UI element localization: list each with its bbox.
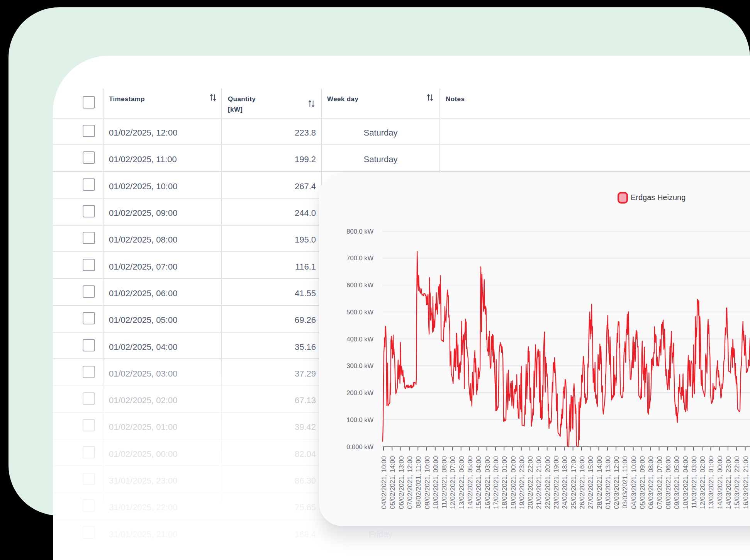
svg-text:25/02/2021, 17:00: 25/02/2021, 17:00: [570, 456, 577, 509]
svg-text:05/03/2021, 09:00: 05/03/2021, 09:00: [639, 456, 646, 509]
svg-text:600.0 kW: 600.0 kW: [346, 282, 373, 288]
svg-text:28/02/2021, 14:00: 28/02/2021, 14:00: [596, 456, 603, 509]
svg-text:24/02/2021, 18:00: 24/02/2021, 18:00: [561, 456, 568, 509]
svg-text:14/03/2021, 23:00: 14/03/2021, 23:00: [725, 456, 732, 509]
svg-text:10/02/2021, 09:00: 10/02/2021, 09:00: [432, 456, 439, 509]
svg-text:11/03/2021, 03:00: 11/03/2021, 03:00: [691, 456, 698, 509]
svg-text:16/02/2021, 03:00: 16/02/2021, 03:00: [484, 456, 491, 509]
svg-text:19/02/2021, 00:00: 19/02/2021, 00:00: [510, 456, 517, 509]
svg-text:400.0 kW: 400.0 kW: [346, 336, 373, 343]
svg-text:08/02/2021, 11:00: 08/02/2021, 11:00: [415, 456, 422, 509]
svg-text:07/03/2021, 07:00: 07/03/2021, 07:00: [656, 456, 663, 509]
svg-text:08/03/2021, 06:00: 08/03/2021, 06:00: [665, 456, 672, 509]
svg-text:06/02/2021, 13:00: 06/02/2021, 13:00: [398, 456, 405, 509]
svg-text:15/03/2021, 22:00: 15/03/2021, 22:00: [733, 456, 741, 509]
svg-text:13/02/2021, 06:00: 13/02/2021, 06:00: [458, 456, 465, 509]
svg-text:23/02/2021, 19:00: 23/02/2021, 19:00: [553, 456, 560, 509]
svg-text:02/03/2021, 12:00: 02/03/2021, 12:00: [613, 456, 620, 509]
svg-text:05/02/2021, 14:00: 05/02/2021, 14:00: [389, 456, 396, 509]
svg-text:27/02/2021, 15:00: 27/02/2021, 15:00: [587, 456, 594, 509]
svg-text:500.0 kW: 500.0 kW: [346, 309, 373, 316]
svg-text:09/03/2021, 05:00: 09/03/2021, 05:00: [673, 456, 680, 509]
svg-text:700.0 kW: 700.0 kW: [346, 255, 373, 261]
svg-text:800.0 kW: 800.0 kW: [346, 228, 373, 235]
svg-text:14/02/2021, 05:00: 14/02/2021, 05:00: [467, 456, 474, 509]
svg-text:22/02/2021, 20:00: 22/02/2021, 20:00: [544, 456, 551, 509]
svg-text:04/03/2021, 10:00: 04/03/2021, 10:00: [630, 456, 638, 509]
svg-text:03/03/2021, 11:00: 03/03/2021, 11:00: [621, 456, 629, 509]
svg-text:16/03/2021, 21:00: 16/03/2021, 21:00: [742, 456, 750, 509]
svg-text:07/02/2021, 12:00: 07/02/2021, 12:00: [406, 456, 414, 509]
svg-text:13/03/2021, 01:00: 13/03/2021, 01:00: [708, 456, 715, 509]
svg-text:04/02/2021, 10:00: 04/02/2021, 10:00: [380, 456, 388, 509]
svg-text:15/02/2021, 04:00: 15/02/2021, 04:00: [475, 456, 482, 509]
svg-text:18/02/2021, 01:00: 18/02/2021, 01:00: [501, 456, 508, 509]
svg-text:09/02/2021, 10:00: 09/02/2021, 10:00: [424, 456, 431, 509]
svg-text:12/02/2021, 07:00: 12/02/2021, 07:00: [449, 456, 456, 509]
svg-text:20/02/2021, 22:00: 20/02/2021, 22:00: [527, 456, 534, 509]
svg-text:200.0 kW: 200.0 kW: [346, 389, 373, 396]
svg-text:12/03/2021, 02:00: 12/03/2021, 02:00: [699, 456, 706, 509]
svg-text:11/02/2021, 08:00: 11/02/2021, 08:00: [441, 456, 448, 509]
svg-text:26/02/2021, 16:00: 26/02/2021, 16:00: [579, 456, 586, 509]
svg-text:21/02/2021, 21:00: 21/02/2021, 21:00: [535, 456, 543, 509]
svg-text:0.000 kW: 0.000 kW: [346, 443, 373, 450]
svg-text:100.0 kW: 100.0 kW: [346, 416, 373, 423]
svg-text:14/03/2021, 00:00: 14/03/2021, 00:00: [716, 456, 724, 509]
svg-text:19/02/2021, 23:00: 19/02/2021, 23:00: [518, 456, 526, 509]
svg-text:17/02/2021, 02:00: 17/02/2021, 02:00: [492, 456, 500, 509]
svg-text:06/03/2021, 08:00: 06/03/2021, 08:00: [647, 456, 655, 509]
svg-text:300.0 kW: 300.0 kW: [346, 362, 373, 369]
svg-text:01/03/2021, 13:00: 01/03/2021, 13:00: [604, 456, 612, 509]
svg-text:10/03/2021, 04:00: 10/03/2021, 04:00: [682, 456, 689, 509]
